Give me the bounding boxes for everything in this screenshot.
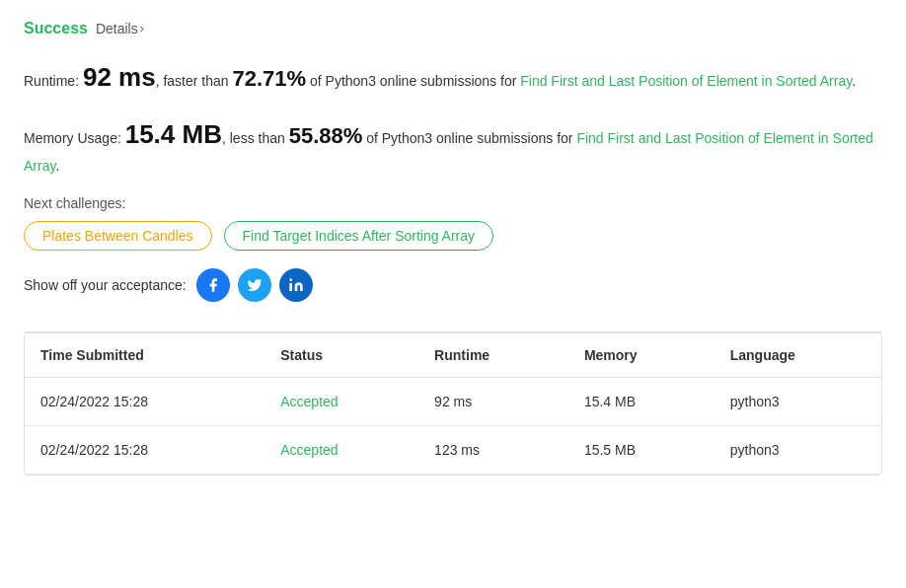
runtime-suffix: of Python3 online submissions for bbox=[306, 73, 520, 89]
cell-runtime: 123 ms bbox=[418, 425, 568, 474]
cell-status[interactable]: Accepted bbox=[264, 425, 418, 474]
memory-period: . bbox=[55, 158, 59, 174]
linkedin-icon[interactable] bbox=[279, 268, 313, 302]
header-row: Success Details › bbox=[24, 20, 882, 37]
cell-status[interactable]: Accepted bbox=[264, 377, 418, 425]
cell-runtime: 92 ms bbox=[418, 377, 568, 425]
memory-stat: Memory Usage: 15.4 MB, less than 55.88% … bbox=[24, 114, 882, 178]
challenge-button-1[interactable]: Plates Between Candles bbox=[24, 221, 212, 251]
table-header-row: Time Submitted Status Runtime Memory Lan… bbox=[25, 333, 881, 378]
runtime-value: 92 ms bbox=[83, 62, 156, 92]
table-body: 02/24/2022 15:28Accepted92 ms15.4 MBpyth… bbox=[25, 377, 881, 474]
memory-middle: , less than bbox=[222, 130, 289, 146]
col-language: Language bbox=[715, 333, 881, 378]
memory-suffix: of Python3 online submissions for bbox=[362, 130, 576, 146]
cell-language: python3 bbox=[715, 425, 881, 474]
cell-time: 02/24/2022 15:28 bbox=[25, 377, 264, 425]
cell-memory: 15.5 MB bbox=[568, 425, 715, 474]
table-row: 02/24/2022 15:28Accepted92 ms15.4 MBpyth… bbox=[25, 377, 881, 425]
runtime-pct: 72.71% bbox=[232, 66, 306, 91]
svg-point-1 bbox=[289, 278, 292, 281]
table-row: 02/24/2022 15:28Accepted123 ms15.5 MBpyt… bbox=[25, 425, 881, 474]
runtime-problem-link[interactable]: Find First and Last Position of Element … bbox=[520, 73, 852, 89]
svg-rect-0 bbox=[289, 283, 292, 291]
col-memory: Memory bbox=[568, 333, 715, 378]
success-label: Success bbox=[24, 20, 88, 37]
submissions-table-wrapper: Time Submitted Status Runtime Memory Lan… bbox=[24, 332, 882, 476]
cell-time: 02/24/2022 15:28 bbox=[25, 425, 264, 474]
col-time-submitted: Time Submitted bbox=[25, 333, 264, 378]
twitter-icon[interactable] bbox=[238, 268, 271, 302]
runtime-middle: , faster than bbox=[156, 73, 233, 89]
challenge-button-2[interactable]: Find Target Indices After Sorting Array bbox=[224, 221, 494, 251]
social-icons bbox=[196, 268, 313, 302]
chevron-icon: › bbox=[140, 22, 144, 36]
cell-memory: 15.4 MB bbox=[568, 377, 715, 425]
table-header: Time Submitted Status Runtime Memory Lan… bbox=[25, 333, 881, 378]
social-row: Show off your acceptance: bbox=[24, 268, 882, 302]
memory-value: 15.4 MB bbox=[125, 119, 222, 149]
col-runtime: Runtime bbox=[418, 333, 568, 378]
details-label: Details bbox=[96, 21, 138, 37]
challenges-row: Plates Between Candles Find Target Indic… bbox=[24, 221, 882, 251]
col-status: Status bbox=[264, 333, 418, 378]
cell-language: python3 bbox=[715, 377, 881, 425]
runtime-stat: Runtime: 92 ms, faster than 72.71% of Py… bbox=[24, 57, 882, 99]
runtime-period: . bbox=[852, 73, 856, 89]
details-link[interactable]: Details › bbox=[96, 21, 144, 37]
facebook-icon[interactable] bbox=[196, 268, 230, 302]
runtime-prefix: Runtime: bbox=[24, 73, 83, 89]
next-challenges-label: Next challenges: bbox=[24, 195, 882, 211]
memory-prefix: Memory Usage: bbox=[24, 130, 125, 146]
submissions-table: Time Submitted Status Runtime Memory Lan… bbox=[25, 333, 881, 475]
social-label: Show off your acceptance: bbox=[24, 277, 187, 293]
memory-pct: 55.88% bbox=[289, 123, 363, 148]
